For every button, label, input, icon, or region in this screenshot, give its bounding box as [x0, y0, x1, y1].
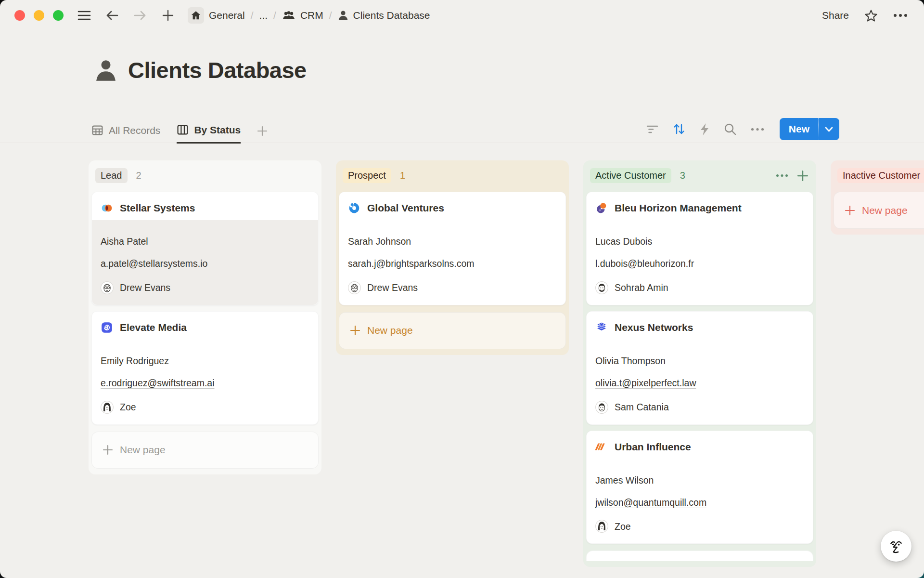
tab-all-records[interactable]: All Records [91, 124, 160, 143]
ellipsis-icon [776, 174, 788, 177]
contact-name: Sarah Johnson [348, 236, 557, 247]
more-options-button[interactable] [893, 13, 908, 17]
avatar-drew-evans [348, 281, 361, 294]
add-view-button[interactable] [257, 126, 268, 143]
window-controls [14, 10, 64, 21]
contact-email[interactable]: a.patel@stellarsystems.io [101, 258, 309, 269]
filter-icon [646, 125, 658, 133]
breadcrumb-separator: / [251, 10, 254, 21]
page-title: Clients Database [128, 57, 307, 83]
breadcrumb-general[interactable]: General [209, 10, 245, 21]
contact-email[interactable]: olivia.t@pixelperfect.law [595, 377, 804, 389]
new-tab-button[interactable] [160, 7, 176, 24]
column-add-card-button[interactable] [797, 170, 808, 182]
back-button[interactable] [104, 7, 120, 24]
ellipsis-icon [893, 13, 908, 17]
view-toolbar: New [646, 118, 839, 140]
plus-icon [350, 325, 360, 336]
doodle-face-icon [886, 537, 906, 556]
plus-icon [103, 445, 113, 455]
share-button[interactable]: Share [822, 10, 849, 21]
zoom-window-button[interactable] [53, 10, 64, 21]
new-page-button-lead[interactable]: New page [91, 432, 319, 469]
breadcrumb-crm[interactable]: CRM [282, 10, 323, 21]
company-icon-stellar-systems [101, 202, 113, 214]
favorite-button[interactable] [864, 9, 878, 22]
arrow-right-icon [134, 10, 146, 21]
new-page-button-prospect[interactable]: New page [339, 312, 566, 349]
contact-name: James Wilson [595, 474, 804, 486]
column-active-label[interactable]: Active Customer [590, 168, 671, 183]
board-icon [177, 124, 189, 136]
column-options-button[interactable] [776, 174, 788, 177]
company-icon-elevate-media [101, 321, 113, 334]
card-title: Nexus Networks [615, 322, 693, 333]
view-options-button[interactable] [751, 128, 764, 131]
avatar-sam-catania [595, 401, 608, 414]
column-prospect-label[interactable]: Prospect [343, 168, 391, 183]
card-global-ventures[interactable]: Global Ventures Sarah Johnson sarah.j@br… [339, 192, 566, 305]
contact-email[interactable]: jwilson@quantumquill.com [595, 497, 804, 508]
home-icon [191, 10, 201, 21]
search-button[interactable] [724, 123, 736, 135]
card-elevate-media[interactable]: Elevate Media Emily Rodriguez e.rodrigue… [91, 311, 319, 425]
close-window-button[interactable] [14, 10, 25, 21]
sort-button[interactable] [673, 123, 685, 135]
column-lead-label[interactable]: Lead [95, 168, 128, 183]
owner-name: Drew Evans [120, 282, 170, 293]
sidebar-menu-button[interactable] [76, 7, 92, 24]
company-icon-global-ventures [348, 202, 360, 214]
minimize-window-button[interactable] [34, 10, 44, 21]
new-page-button-inactive[interactable]: New page [834, 192, 924, 229]
tab-by-status[interactable]: By Status [177, 124, 241, 144]
new-page-button-active-partial[interactable] [586, 551, 813, 561]
owner-name: Zoe [120, 401, 136, 413]
breadcrumb-separator: / [329, 10, 332, 21]
avatar-drew-evans [101, 281, 114, 294]
card-stellar-systems[interactable]: Stellar Systems Aisha Patel a.patel@stel… [91, 192, 319, 305]
owner-name: Drew Evans [367, 282, 418, 293]
breadcrumb-clients-database[interactable]: Clients Database [338, 10, 430, 21]
column-lead: Lead 2 Stellar Systems Aisha Patel a.pat… [89, 160, 321, 474]
person-icon [94, 58, 117, 83]
plus-icon [845, 205, 855, 216]
card-title: Global Ventures [367, 202, 444, 214]
breadcrumb-separator: / [273, 10, 276, 21]
new-record-dropdown[interactable] [819, 118, 839, 140]
chevron-down-icon [825, 127, 833, 132]
contact-name: Emily Rodriguez [101, 355, 309, 367]
breadcrumb: General / ... / CRM / Clients Database [209, 10, 430, 21]
plus-icon [797, 170, 808, 182]
lightning-icon [700, 123, 709, 136]
card-urban-influence[interactable]: Urban Influence James Wilson jwilson@qua… [586, 431, 813, 544]
people-icon [282, 10, 295, 21]
kanban-board: Lead 2 Stellar Systems Aisha Patel a.pat… [89, 160, 924, 578]
contact-email[interactable]: e.rodriguez@swiftstream.ai [101, 377, 309, 389]
automations-button[interactable] [700, 123, 709, 136]
avatar-zoe [101, 401, 114, 414]
cursor-avatar-badge [881, 531, 911, 562]
card-title: Stellar Systems [120, 202, 195, 214]
card-nexus-networks[interactable]: Nexus Networks Olivia Thompson olivia.t@… [586, 311, 813, 425]
contact-email[interactable]: sarah.j@brightsparksolns.com [348, 258, 557, 269]
column-active-customer: Active Customer 3 [583, 160, 816, 567]
company-icon-nexus-networks [595, 321, 608, 334]
forward-button[interactable] [132, 7, 148, 24]
filter-button[interactable] [646, 125, 658, 133]
avatar-sohrab-amin [595, 281, 608, 294]
breadcrumb-ellipsis[interactable]: ... [259, 10, 268, 21]
contact-email[interactable]: l.dubois@bleuhorizon.fr [595, 258, 804, 269]
card-title: Elevate Media [120, 322, 187, 333]
owner-name: Zoe [615, 521, 631, 532]
plus-icon [162, 10, 174, 21]
column-prospect: Prospect 1 Global Ventures Sarah Johnson… [336, 160, 569, 355]
hamburger-icon [77, 10, 91, 21]
new-record-button[interactable]: New [780, 118, 839, 140]
home-button[interactable] [188, 7, 204, 24]
owner-name: Sohrab Amin [615, 282, 668, 293]
topbar: General / ... / CRM / Clients Database S… [0, 0, 924, 31]
person-icon [338, 10, 348, 21]
new-record-label[interactable]: New [780, 118, 818, 140]
card-bleu-horizon-management[interactable]: Bleu Horizon Management Lucas Dubois l.d… [586, 192, 813, 305]
column-inactive-label[interactable]: Inactive Customer [837, 168, 924, 183]
